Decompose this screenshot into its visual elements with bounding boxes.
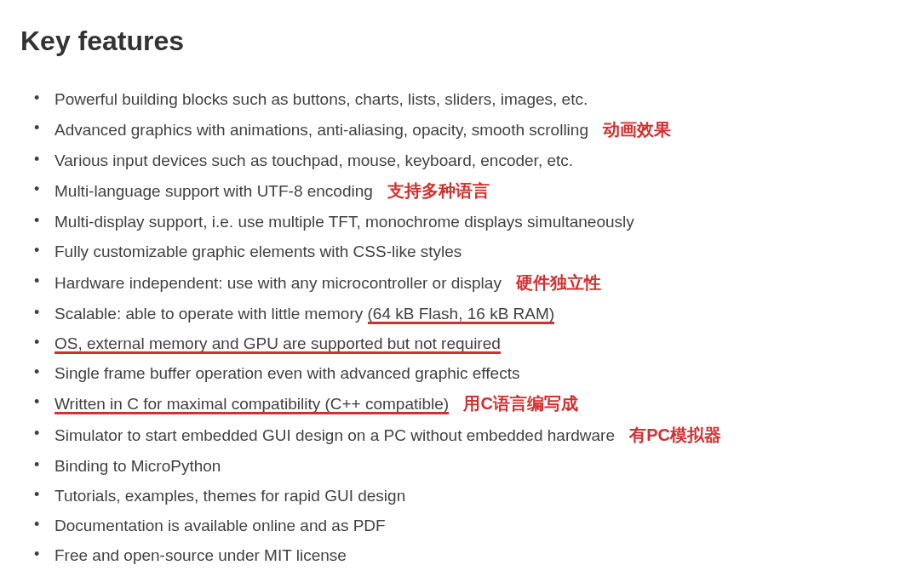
feature-text: Various input devices such as touchpad, … bbox=[54, 151, 573, 169]
list-item: Powerful building blocks such as buttons… bbox=[44, 84, 886, 114]
annotation-label: 支持多种语言 bbox=[387, 181, 490, 200]
feature-text: Hardware independent: use with any micro… bbox=[54, 274, 502, 292]
list-item: Documentation is available online and as… bbox=[44, 511, 886, 540]
list-item: OS, external memory and GPU are supporte… bbox=[44, 328, 886, 358]
list-item: Multi-language support with UTF-8 encodi… bbox=[44, 175, 886, 207]
feature-list: Powerful building blocks such as buttons… bbox=[20, 84, 886, 571]
feature-text: Fully customizable graphic elements with… bbox=[54, 243, 462, 260]
feature-text: Documentation is available online and as… bbox=[54, 517, 386, 534]
feature-text: Tutorials, examples, themes for rapid GU… bbox=[54, 487, 405, 505]
list-item: Various input devices such as touchpad, … bbox=[44, 146, 886, 175]
feature-text: Binding to MicroPython bbox=[54, 457, 221, 475]
feature-text: Free and open-source under MIT license bbox=[54, 546, 347, 564]
feature-text: Powerful building blocks such as buttons… bbox=[54, 90, 588, 108]
list-item: Written in C for maximal compatibility (… bbox=[44, 388, 886, 420]
feature-text-prefix: Scalable: able to operate with little me… bbox=[54, 305, 368, 323]
feature-text: Advanced graphics with animations, anti-… bbox=[54, 121, 588, 139]
list-item: Free and open-source under MIT license bbox=[44, 540, 886, 570]
list-item: Single frame buffer operation even with … bbox=[44, 358, 886, 388]
annotation-label: 动画效果 bbox=[603, 120, 671, 139]
feature-text: Multi-display support, i.e. use multiple… bbox=[54, 213, 634, 231]
list-item: Binding to MicroPython bbox=[44, 451, 886, 481]
annotation-label: 硬件独立性 bbox=[516, 273, 601, 292]
feature-text: Single frame buffer operation even with … bbox=[54, 364, 519, 382]
underlined-text: OS, external memory and GPU are supporte… bbox=[54, 334, 501, 352]
annotation-label: 有PC模拟器 bbox=[629, 425, 721, 444]
underlined-text: (64 kB Flash, 16 kB RAM) bbox=[368, 305, 555, 323]
list-item: Fully customizable graphic elements with… bbox=[44, 237, 886, 266]
list-item: Hardware independent: use with any micro… bbox=[44, 267, 886, 299]
list-item: Scalable: able to operate with little me… bbox=[44, 299, 886, 328]
list-item: Simulator to start embedded GUI design o… bbox=[44, 420, 886, 451]
page-title: Key features bbox=[20, 26, 886, 57]
list-item: Advanced graphics with animations, anti-… bbox=[44, 114, 886, 146]
annotation-label: 用C语言编写成 bbox=[463, 394, 577, 413]
underlined-text: Written in C for maximal compatibility (… bbox=[54, 395, 449, 413]
list-item: Multi-display support, i.e. use multiple… bbox=[44, 207, 886, 237]
list-item: Tutorials, examples, themes for rapid GU… bbox=[44, 481, 886, 511]
feature-text: Simulator to start embedded GUI design o… bbox=[54, 426, 615, 444]
feature-text: Multi-language support with UTF-8 encodi… bbox=[54, 182, 373, 200]
